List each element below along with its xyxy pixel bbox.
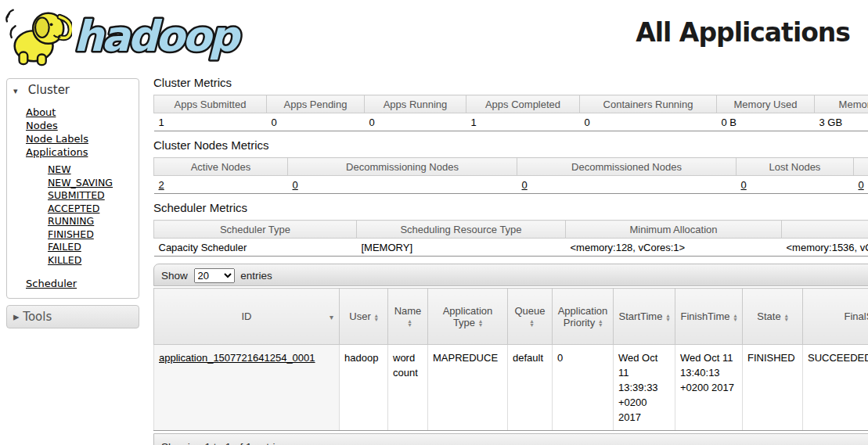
cluster-metrics-table: Apps Submitted Apps Pending Apps Running…	[153, 95, 868, 131]
metric-header: Decommissioning Nodes	[288, 158, 517, 176]
cluster-accordion-label: Cluster	[28, 83, 70, 97]
sidebar-link-scheduler[interactable]: Scheduler	[26, 278, 77, 289]
cell-name: word count	[388, 345, 428, 431]
svg-text:hadoop: hadoop	[74, 12, 242, 61]
metric-header: Lost Nodes	[737, 158, 854, 176]
column-header-name[interactable]: Name▴▾	[388, 289, 428, 345]
entries-label: entries	[240, 270, 272, 282]
cluster-nav-list: About Nodes Node Labels Applications	[7, 101, 139, 159]
active-nodes-link[interactable]: 2	[159, 179, 164, 191]
sidebar-link-node-labels[interactable]: Node Labels	[26, 133, 88, 145]
app-state-list: NEW NEW_SAVING SUBMITTED ACCEPTED RUNNIN…	[7, 159, 139, 266]
sort-icon: ▴▾	[666, 314, 669, 321]
sort-icon: ▴▾	[734, 314, 737, 321]
sort-desc-icon: ▾	[330, 312, 333, 321]
hadoop-logo: hadoop	[3, 2, 256, 70]
sidebar-link-applications[interactable]: Applications	[26, 146, 88, 158]
metric-value: 3 GB	[815, 113, 868, 131]
column-header-id[interactable]: ID ▾	[154, 289, 340, 345]
cell-application-priority: 0	[553, 345, 614, 431]
column-header-queue[interactable]: Queue▴▾	[508, 289, 553, 345]
unhealthy-nodes-link[interactable]: 0	[859, 179, 864, 191]
sort-icon: ▴▾	[599, 319, 602, 327]
sidebar: ▾ Cluster About Nodes Node Labels Applic…	[6, 78, 139, 328]
metric-value: 0	[365, 113, 466, 131]
metric-value: [MEMORY]	[357, 239, 566, 257]
column-header-starttime[interactable]: StartTime▴▾	[614, 289, 675, 345]
table-row: 1 0 0 1 0 0 B 3 GB	[154, 113, 868, 131]
applications-datatable: Show 20 entries ID ▾ User▴▾	[153, 264, 868, 445]
scheduler-metrics-title: Scheduler Metrics	[153, 201, 868, 214]
datatable-info-bar: Showing 1 to 1 of 1 entries	[153, 433, 868, 445]
cell-application-type: MAPREDUCE	[428, 345, 508, 431]
app-state-link-new[interactable]: NEW	[48, 163, 71, 175]
main-content: Cluster Metrics Apps Submitted Apps Pend…	[153, 74, 868, 445]
metric-header: Apps Completed	[466, 95, 580, 113]
column-header-application-type[interactable]: Application Type▴▾	[428, 289, 508, 345]
decommissioned-nodes-link[interactable]: 0	[522, 179, 528, 191]
decommissioning-nodes-link[interactable]: 0	[293, 179, 298, 191]
sort-icon: ▴▾	[479, 319, 482, 327]
sidebar-link-nodes[interactable]: Nodes	[26, 120, 58, 131]
chevron-down-icon: ▾	[13, 86, 24, 96]
metric-value: Capacity Scheduler	[154, 239, 357, 257]
column-header-finalstatus[interactable]: FinalStatus▴▾	[803, 289, 868, 345]
metric-header: Decommissioned Nodes	[517, 158, 737, 176]
sort-icon: ▴▾	[375, 314, 378, 321]
metric-header: Memory Total	[815, 95, 868, 113]
metric-header: Unhealthy Nodes	[854, 158, 868, 176]
showing-entries-status: Showing 1 to 1 of 1 entries	[161, 441, 286, 445]
tools-accordion-header[interactable]: ▸ Tools	[6, 305, 139, 328]
metric-value: <memory:1536, vCores:4>	[782, 239, 868, 257]
metric-value: 1	[466, 113, 580, 131]
app-state-link-running[interactable]: RUNNING	[48, 215, 94, 227]
cluster-nodes-metrics-title: Cluster Nodes Metrics	[153, 138, 868, 152]
application-row: application_1507721641254_0001 hadoop wo…	[154, 345, 868, 431]
page-title: All Applications	[636, 17, 850, 48]
page-size-select[interactable]: 20	[194, 268, 235, 283]
metric-value: 1	[154, 113, 267, 131]
cell-finalstatus: SUCCEEDED	[803, 345, 868, 431]
applications-table: ID ▾ User▴▾ Name▴▾ Application Type▴▾ Qu…	[153, 288, 868, 431]
metric-header: Apps Pending	[267, 95, 365, 113]
app-state-link-accepted[interactable]: ACCEPTED	[48, 203, 99, 214]
app-state-link-new-saving[interactable]: NEW_SAVING	[48, 177, 113, 188]
cell-queue: default	[508, 345, 553, 431]
column-header-application-priority[interactable]: Application Priority▴▾	[553, 289, 614, 345]
metric-header: Minimum Allocation	[566, 221, 782, 239]
lost-nodes-link[interactable]: 0	[741, 179, 747, 191]
show-label: Show	[161, 270, 188, 282]
metric-value: 0 B	[717, 113, 815, 131]
hadoop-wordmark: hadoop	[72, 5, 256, 66]
cluster-accordion-header[interactable]: ▾ Cluster	[7, 79, 139, 101]
metric-header: Apps Running	[365, 95, 466, 113]
table-row: Capacity Scheduler [MEMORY] <memory:128,…	[154, 239, 868, 257]
column-header-finishtime[interactable]: FinishTime▴▾	[675, 289, 743, 345]
column-header-user[interactable]: User▴▾	[340, 289, 388, 345]
cell-state: FINISHED	[743, 345, 803, 431]
sort-icon: ▴▾	[785, 314, 788, 321]
column-header-state[interactable]: State▴▾	[743, 289, 803, 345]
metric-value: <memory:128, vCores:1>	[566, 239, 782, 257]
metric-header: Containers Running	[580, 95, 717, 113]
metric-header: Maximum Allocation	[782, 221, 868, 239]
sort-icon: ▴▾	[408, 319, 411, 327]
app-state-link-killed[interactable]: KILLED	[48, 254, 81, 266]
sidebar-link-about[interactable]: About	[26, 106, 56, 118]
metric-header: Apps Submitted	[154, 95, 267, 113]
metric-header: Active Nodes	[154, 158, 288, 176]
app-state-link-failed[interactable]: FAILED	[48, 241, 81, 253]
app-state-link-submitted[interactable]: SUBMITTED	[48, 189, 105, 201]
metric-value: 0	[580, 113, 717, 131]
cell-user: hadoop	[340, 345, 388, 431]
chevron-right-icon: ▸	[13, 310, 20, 324]
cluster-panel: ▾ Cluster About Nodes Node Labels Applic…	[6, 78, 139, 299]
tools-accordion-label: Tools	[23, 310, 52, 324]
sort-icon: ▴▾	[530, 319, 533, 327]
metric-header: Memory Used	[717, 95, 815, 113]
table-row: 2 0 0 0 0	[154, 176, 868, 194]
application-id-link[interactable]: application_1507721641254_0001	[159, 352, 315, 364]
app-state-link-finished[interactable]: FINISHED	[48, 228, 94, 240]
metric-header: Scheduling Resource Type	[357, 221, 566, 239]
scheduler-metrics-table: Scheduler Type Scheduling Resource Type …	[153, 220, 868, 257]
